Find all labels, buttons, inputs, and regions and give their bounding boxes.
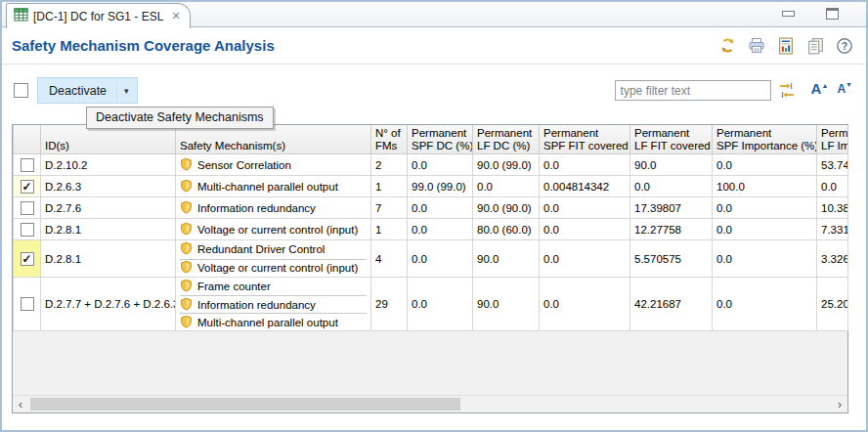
table-icon bbox=[14, 8, 28, 25]
col-header-spf-fit[interactable]: PermanentSPF FIT covered bbox=[540, 125, 630, 154]
filter-settings-icon[interactable] bbox=[778, 82, 796, 103]
vertical-scrollbar-track[interactable] bbox=[854, 124, 862, 413]
lf-fit-cell: 0.0 bbox=[630, 176, 713, 197]
col-header-spf-dc[interactable]: PermanentSPF DC (%) bbox=[408, 125, 473, 154]
tab-bar: [DC-1] DC for SG1 - ESL ✕ bbox=[2, 2, 866, 27]
row-checkbox[interactable]: ✓ bbox=[21, 158, 34, 172]
lf-fit-cell: 42.21687 bbox=[630, 278, 713, 331]
lf-dc-cell: 90.0 bbox=[473, 240, 540, 278]
mechanisms-cell: Voltage or current control (input) bbox=[176, 219, 371, 240]
deactivate-button-label: Deactivate bbox=[38, 84, 116, 98]
tab-dc-analysis[interactable]: [DC-1] DC for SG1 - ESL ✕ bbox=[6, 3, 191, 28]
mechanism-label: Information redundancy bbox=[197, 299, 316, 311]
row-checkbox[interactable]: ✓ bbox=[21, 180, 34, 194]
lf-importance-cell: 25.20 bbox=[817, 278, 848, 331]
col-header-lf-importance[interactable]: PermanentLF Importance (%) bbox=[817, 125, 848, 154]
scroll-left-icon[interactable]: ‹ bbox=[13, 396, 28, 413]
id-cell: D.2.7.7 + D.2.7.6 + D.2.6.3 bbox=[41, 278, 176, 331]
help-icon[interactable]: ? bbox=[835, 36, 854, 56]
mechanisms-cell: Frame counter Information redundancy Mul… bbox=[176, 278, 371, 331]
view-header: Safety Mechanism Coverage Analysis bbox=[2, 27, 866, 65]
spf-fit-cell: 0.0 bbox=[540, 240, 630, 278]
id-cell: D.2.7.6 bbox=[41, 197, 176, 219]
spf-fit-cell: 0.004814342 bbox=[540, 176, 630, 197]
lf-dc-cell: 80.0 (60.0) bbox=[473, 219, 540, 240]
deactivate-tooltip: Deactivate Safety Mechanisms bbox=[86, 107, 274, 129]
shield-icon bbox=[180, 241, 193, 257]
fms-cell: 4 bbox=[371, 240, 408, 278]
minimize-view-icon[interactable] bbox=[782, 11, 795, 17]
id-cell: D.2.8.1 bbox=[41, 240, 176, 278]
mechanism-label: Sensor Correlation bbox=[197, 159, 291, 171]
shield-icon bbox=[180, 260, 193, 276]
spf-fit-cell: 0.0 bbox=[540, 197, 630, 219]
shield-icon bbox=[180, 200, 193, 216]
lf-fit-cell: 17.39807 bbox=[630, 197, 713, 219]
spf-dc-cell: 99.0 (99.0) bbox=[408, 176, 473, 197]
mechanism-label: Multi-channel parallel output bbox=[197, 181, 338, 193]
report-icon[interactable] bbox=[776, 36, 796, 56]
shield-icon bbox=[180, 279, 193, 294]
font-decrease-icon[interactable]: A▼ bbox=[837, 82, 852, 96]
lf-importance-cell: 10.38 bbox=[817, 197, 848, 219]
table-row[interactable]: ✓ D.2.8.1 Voltage or current control (in… bbox=[14, 219, 848, 240]
mechanisms-cell: Information redundancy bbox=[176, 197, 371, 219]
fms-cell: 2 bbox=[371, 154, 408, 176]
col-header-lf-dc[interactable]: PermanentLF DC (%) bbox=[473, 125, 540, 154]
spf-fit-cell: 0.0 bbox=[540, 154, 630, 176]
col-header-checkbox[interactable] bbox=[14, 125, 41, 154]
font-increase-icon[interactable]: A▲ bbox=[811, 80, 829, 97]
spf-fit-cell: 0.0 bbox=[540, 219, 630, 240]
lf-fit-cell: 90.0 bbox=[630, 154, 713, 176]
lf-fit-cell: 12.27758 bbox=[630, 219, 713, 240]
tab-title: [DC-1] DC for SG1 - ESL bbox=[33, 10, 163, 23]
row-checkbox[interactable]: ✓ bbox=[21, 201, 34, 215]
table-row[interactable]: ✓ D.2.10.2 Sensor Correlation 2 0.0 90.0… bbox=[14, 154, 848, 176]
mechanisms-cell: Redundant Driver Control Voltage or curr… bbox=[176, 240, 371, 278]
spf-importance-cell: 0.0 bbox=[713, 197, 817, 219]
lf-dc-cell: 90.0 (90.0) bbox=[473, 197, 540, 219]
spf-importance-cell: 0.0 bbox=[713, 219, 817, 240]
fms-cell: 29 bbox=[371, 278, 408, 331]
deactivate-button[interactable]: Deactivate ▾ bbox=[37, 77, 138, 104]
table-row[interactable]: ✓ D.2.7.7 + D.2.7.6 + D.2.6.3 Frame coun… bbox=[14, 278, 848, 331]
row-checkbox[interactable]: ✓ bbox=[21, 297, 34, 311]
table-row[interactable]: ✓ D.2.7.6 Information redundancy 7 0.0 9… bbox=[14, 197, 848, 219]
horizontal-scrollbar[interactable]: ‹ › bbox=[13, 395, 847, 412]
col-header-lf-fit[interactable]: PermanentLF FIT covered bbox=[630, 125, 713, 154]
id-cell: D.2.8.1 bbox=[41, 219, 176, 240]
spf-fit-cell: 0.0 bbox=[540, 278, 630, 331]
spf-dc-cell: 0.0 bbox=[408, 278, 473, 331]
col-header-fms[interactable]: N° ofFMs bbox=[371, 125, 408, 154]
spf-importance-cell: 0.0 bbox=[713, 154, 817, 176]
filter-input[interactable] bbox=[615, 80, 771, 101]
row-checkbox[interactable]: ✓ bbox=[21, 252, 34, 266]
lf-importance-cell: 53.74 bbox=[817, 154, 848, 176]
row-checkbox[interactable]: ✓ bbox=[21, 223, 34, 237]
fms-cell: 7 bbox=[371, 197, 408, 219]
mechanism-label: Information redundancy bbox=[197, 202, 316, 214]
tab-close-icon[interactable]: ✕ bbox=[171, 10, 180, 22]
fms-cell: 1 bbox=[371, 219, 408, 240]
spf-importance-cell: 0.0 bbox=[713, 240, 817, 278]
shield-icon bbox=[180, 315, 193, 330]
print-icon[interactable] bbox=[747, 36, 766, 56]
refresh-icon[interactable] bbox=[717, 36, 737, 56]
lf-importance-cell: 3.326 bbox=[817, 240, 848, 278]
copy-icon[interactable] bbox=[805, 36, 825, 56]
col-header-mechanisms[interactable]: Safety Mechanism(s) bbox=[176, 125, 371, 154]
scroll-right-icon[interactable]: › bbox=[832, 396, 847, 413]
deactivate-dropdown-arrow[interactable]: ▾ bbox=[116, 78, 137, 103]
col-header-ids[interactable]: ID(s) bbox=[41, 125, 176, 154]
table-row[interactable]: ✓ D.2.6.3 Multi-channel parallel output … bbox=[14, 176, 848, 197]
scrollbar-thumb[interactable] bbox=[30, 398, 460, 410]
col-header-spf-importance[interactable]: PermanentSPF Importance (%) bbox=[713, 125, 817, 154]
mechanism-label: Multi-channel parallel output bbox=[197, 317, 338, 328]
spf-importance-cell: 0.0 bbox=[713, 278, 817, 331]
view-window: [DC-1] DC for SG1 - ESL ✕ Safety Mechani… bbox=[0, 0, 868, 432]
table-row[interactable]: ✓ D.2.8.1 Redundant Driver Control Volta… bbox=[14, 240, 848, 278]
spf-dc-cell: 0.0 bbox=[408, 197, 473, 219]
deactivate-checkbox[interactable]: ✓ bbox=[14, 83, 28, 98]
maximize-view-icon[interactable] bbox=[826, 8, 839, 20]
shield-icon bbox=[180, 222, 193, 238]
